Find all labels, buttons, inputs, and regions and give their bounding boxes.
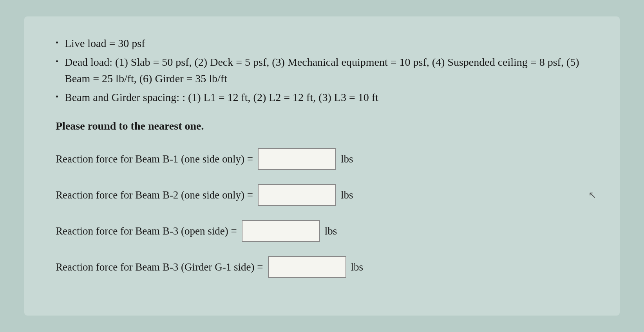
reaction-label-b3-open: Reaction force for Beam B-3 (open side) … (56, 225, 237, 237)
reaction-input-b2[interactable] (258, 184, 336, 206)
bullet-item-spacing: • Beam and Girder spacing: : (1) L1 = 12… (56, 89, 588, 106)
bullet-text-spacing: Beam and Girder spacing: : (1) L1 = 12 f… (65, 89, 588, 106)
bullet-icon-1: • (56, 37, 58, 49)
reaction-row-b3-girder: Reaction force for Beam B-3 (Girder G-1 … (56, 256, 588, 278)
main-content-panel: • Live load = 30 psf • Dead load: (1) Sl… (24, 16, 620, 316)
reaction-input-b1[interactable] (258, 148, 336, 170)
bullet-item-live-load: • Live load = 30 psf (56, 35, 588, 52)
bullet-icon-3: • (56, 91, 58, 103)
unit-label-b1: lbs (341, 153, 353, 165)
reaction-row-b2: Reaction force for Beam B-2 (one side on… (56, 184, 588, 206)
cursor-icon: ↖ (588, 189, 596, 200)
reaction-row-b3-open: Reaction force for Beam B-3 (open side) … (56, 220, 588, 242)
bullet-text-dead-load: Dead load: (1) Slab = 50 psf, (2) Deck =… (65, 54, 588, 87)
reaction-label-b3-girder: Reaction force for Beam B-3 (Girder G-1 … (56, 261, 263, 273)
round-note: Please round to the nearest one. (56, 120, 588, 132)
reaction-row-b1: Reaction force for Beam B-1 (one side on… (56, 148, 588, 170)
reaction-input-b3-open[interactable] (242, 220, 320, 242)
bullet-icon-2: • (56, 56, 58, 67)
unit-label-b3-girder: lbs (351, 261, 364, 273)
bullet-item-dead-load: • Dead load: (1) Slab = 50 psf, (2) Deck… (56, 54, 588, 87)
unit-label-b2: lbs (341, 189, 353, 201)
bullet-list: • Live load = 30 psf • Dead load: (1) Sl… (56, 35, 588, 106)
reaction-label-b2: Reaction force for Beam B-2 (one side on… (56, 189, 253, 201)
unit-label-b3-open: lbs (325, 225, 337, 237)
reaction-label-b1: Reaction force for Beam B-1 (one side on… (56, 153, 253, 165)
reaction-input-b3-girder[interactable] (268, 256, 346, 278)
bullet-text-live-load: Live load = 30 psf (65, 35, 588, 52)
